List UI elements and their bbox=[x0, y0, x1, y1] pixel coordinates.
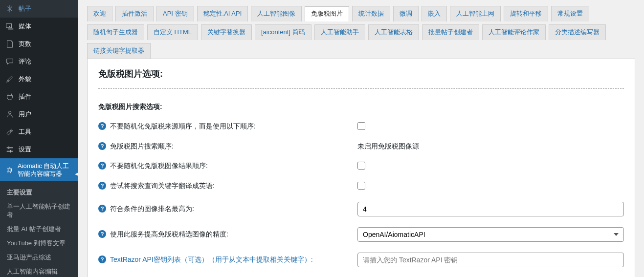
sidebar-item-aiomatic[interactable]: Aiomatic 自动人工智能内容编写器 ◂ bbox=[0, 158, 78, 181]
sidebar-label: 页数 bbox=[19, 40, 31, 48]
robot-icon bbox=[5, 165, 14, 175]
form-label: 符合条件的图像排名最高为: bbox=[110, 205, 194, 213]
tabs: 欢迎插件激活API 密钥稳定性.AI API人工智能图像免版税图片统计数据微调嵌… bbox=[87, 6, 635, 59]
pin-icon bbox=[5, 4, 15, 14]
page-icon bbox=[5, 39, 15, 49]
form-label-col: ?使用此服务提高免版税精选图像的精度: bbox=[98, 230, 357, 239]
tabs-container: 欢迎插件激活API 密钥稳定性.AI API人工智能图像免版税图片统计数据微调嵌… bbox=[78, 0, 644, 59]
plugin-icon bbox=[5, 92, 15, 102]
form-row: ?不要随机化免版税图像结果顺序: bbox=[98, 162, 624, 171]
checkbox-input[interactable] bbox=[357, 122, 365, 130]
sidebar-label: 评论 bbox=[19, 57, 31, 66]
tab-免版税图片[interactable]: 免版税图片 bbox=[305, 6, 349, 21]
tab-欢迎[interactable]: 欢迎 bbox=[87, 6, 112, 21]
tab-人工智能图像[interactable]: 人工智能图像 bbox=[251, 6, 302, 21]
tab-随机句子生成器[interactable]: 随机句子生成器 bbox=[87, 24, 144, 40]
tab-[aicontent] 简码[interactable]: [aicontent] 简码 bbox=[255, 24, 311, 40]
main-content: 欢迎插件激活API 密钥稳定性.AI API人工智能图像免版税图片统计数据微调嵌… bbox=[78, 0, 644, 277]
sidebar-item-media[interactable]: 媒体 bbox=[0, 18, 78, 35]
sidebar-item-plugins[interactable]: 插件 bbox=[0, 88, 78, 106]
sidebar-label: 媒体 bbox=[19, 22, 31, 31]
form-label-col: ?TextRazor API密钥列表（可选）（用于从文本中提取相关关键字）: bbox=[98, 256, 357, 264]
tab-嵌入[interactable]: 嵌入 bbox=[422, 6, 447, 21]
text-input[interactable] bbox=[357, 253, 624, 267]
divider bbox=[98, 88, 624, 89]
sidebar-submenu: 主要设置 单一人工智能帖子创建者 批量 AI 帖子创建者 YouTube 到博客… bbox=[0, 181, 78, 277]
tab-常规设置[interactable]: 常规设置 bbox=[551, 6, 589, 21]
help-icon[interactable]: ? bbox=[98, 256, 106, 263]
svg-rect-5 bbox=[11, 151, 13, 152]
submenu-item-ai-editor[interactable]: 人工智能内容编辑 bbox=[0, 265, 78, 277]
submenu-item-single-ai-post[interactable]: 单一人工智能帖子创建者 bbox=[0, 200, 78, 222]
sidebar-label: 外貌 bbox=[19, 75, 31, 84]
sidebar-item-appearance[interactable]: 外貌 bbox=[0, 70, 78, 88]
select-input[interactable]: OpenAI/AiomaticAPI bbox=[357, 227, 624, 242]
form-label: 不要随机化免版税图像结果顺序: bbox=[110, 162, 208, 170]
form-label: 使用此服务提高免版税精选图像的精度: bbox=[110, 230, 228, 239]
tab-插件激活[interactable]: 插件激活 bbox=[115, 6, 154, 21]
sidebar-item-users[interactable]: 用户 bbox=[0, 106, 78, 123]
sidebar-item-pages[interactable]: 页数 bbox=[0, 35, 78, 53]
tab-链接关键字提取器[interactable]: 链接关键字提取器 bbox=[87, 43, 151, 59]
tab-批量帖子创建者[interactable]: 批量帖子创建者 bbox=[422, 24, 479, 40]
chevron-left-icon: ◂ bbox=[75, 170, 78, 177]
svg-rect-8 bbox=[7, 168, 12, 171]
tab-稳定性.AI API[interactable]: 稳定性.AI API bbox=[197, 6, 248, 21]
sidebar-item-posts[interactable]: 帖子 bbox=[0, 0, 78, 18]
tab-人工智能表格[interactable]: 人工智能表格 bbox=[368, 24, 419, 40]
form-label-col: ?尝试将搜索查询关键字翻译成英语: bbox=[98, 182, 357, 191]
sidebar: 帖子 媒体 页数 评论 外貌 插件 用户 工具 设置 Aiomatic 自动人工… bbox=[0, 0, 78, 277]
readonly-text: 未启用免版税图像源 bbox=[357, 142, 419, 150]
text-input[interactable] bbox=[357, 202, 624, 216]
submenu-item-youtube[interactable]: YouTube 到博客文章 bbox=[0, 236, 78, 251]
submenu-item-bulk-ai-post[interactable]: 批量 AI 帖子创建者 bbox=[0, 222, 78, 236]
checkbox-input[interactable] bbox=[357, 162, 365, 170]
form-label: 免版税图片搜索顺序: bbox=[110, 142, 174, 151]
submenu-heading: 主要设置 bbox=[0, 184, 78, 200]
form-control-col bbox=[357, 253, 624, 267]
form-control-col bbox=[357, 122, 624, 131]
help-icon[interactable]: ? bbox=[98, 205, 106, 213]
sidebar-label: Aiomatic 自动人工智能内容编写器 bbox=[18, 162, 73, 177]
svg-rect-7 bbox=[10, 150, 11, 152]
form-control-col: 未启用免版税图像源 bbox=[357, 142, 624, 151]
help-icon[interactable]: ? bbox=[98, 182, 106, 190]
help-icon[interactable]: ? bbox=[98, 122, 106, 130]
tab-分类描述编写器[interactable]: 分类描述编写器 bbox=[549, 24, 606, 40]
checkbox-input[interactable] bbox=[357, 182, 365, 190]
settings-icon bbox=[5, 145, 15, 154]
sidebar-label: 设置 bbox=[19, 145, 31, 154]
form-label: 不要随机化免版税来源顺序，而是使用以下顺序: bbox=[110, 122, 256, 131]
tab-人工智能助手[interactable]: 人工智能助手 bbox=[314, 24, 365, 40]
form-row: ?免版税图片搜索顺序:未启用免版税图像源 bbox=[98, 142, 624, 151]
form-control-col bbox=[357, 202, 624, 216]
form-label-col: ?免版税图片搜索顺序: bbox=[98, 142, 357, 151]
sidebar-item-tools[interactable]: 工具 bbox=[0, 123, 78, 141]
sidebar-item-settings[interactable]: 设置 bbox=[0, 141, 78, 158]
submenu-item-amazon[interactable]: 亚马逊产品综述 bbox=[0, 251, 78, 265]
svg-rect-4 bbox=[7, 151, 10, 152]
help-icon[interactable]: ? bbox=[98, 162, 106, 170]
form-label: 尝试将搜索查询关键字翻译成英语: bbox=[110, 182, 215, 191]
comment-icon bbox=[5, 57, 15, 66]
tab-旋转和平移[interactable]: 旋转和平移 bbox=[504, 6, 548, 21]
svg-point-9 bbox=[8, 170, 9, 170]
form-row: ?不要随机化免版税来源顺序，而是使用以下顺序: bbox=[98, 122, 624, 131]
help-icon[interactable]: ? bbox=[98, 142, 106, 150]
tab-微调[interactable]: 微调 bbox=[393, 6, 419, 21]
tab-自定义 HTML[interactable]: 自定义 HTML bbox=[147, 24, 198, 40]
sidebar-label: 帖子 bbox=[19, 4, 31, 13]
tab-人工智能上网[interactable]: 人工智能上网 bbox=[450, 6, 501, 21]
sidebar-item-comments[interactable]: 评论 bbox=[0, 53, 78, 70]
help-icon[interactable]: ? bbox=[98, 230, 106, 238]
tab-统计数据[interactable]: 统计数据 bbox=[352, 6, 390, 21]
tab-人工智能评论作家[interactable]: 人工智能评论作家 bbox=[482, 24, 546, 40]
form-label-col: ?不要随机化免版税图像结果顺序: bbox=[98, 162, 357, 170]
form-label-col: ?不要随机化免版税来源顺序，而是使用以下顺序: bbox=[98, 122, 357, 131]
tab-关键字替换器[interactable]: 关键字替换器 bbox=[201, 24, 252, 40]
brush-icon bbox=[5, 74, 15, 84]
sidebar-label: 用户 bbox=[19, 110, 31, 119]
form-row: ?TextRazor API密钥列表（可选）（用于从文本中提取相关关键字）: bbox=[98, 253, 624, 267]
tab-API 密钥[interactable]: API 密钥 bbox=[156, 6, 194, 21]
sidebar-label: 插件 bbox=[19, 92, 31, 101]
